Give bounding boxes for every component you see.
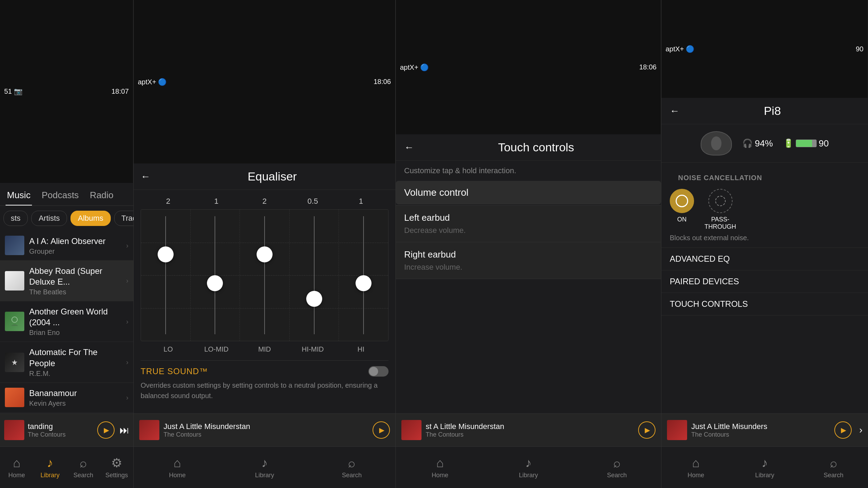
status-time-3: 18:06	[639, 63, 657, 71]
nc-option-passthrough[interactable]: PASS- THROUGH	[704, 189, 736, 230]
freq-mid: MID	[251, 345, 278, 353]
nav-settings-1[interactable]: ⚙ Settings	[100, 447, 133, 488]
nc-passthrough-circle[interactable]	[708, 189, 733, 213]
filter-albums[interactable]: Albums	[70, 211, 110, 226]
nav-library-4[interactable]: ♪ Library	[730, 447, 799, 488]
noise-cancellation-section: NOISE CANCELLATION ON PASS- THROUGH Bloc…	[661, 163, 868, 248]
nav-home-2[interactable]: ⌂ Home	[134, 447, 221, 488]
np-title-1: tanding	[28, 422, 94, 431]
home-icon-4: ⌂	[692, 456, 700, 470]
now-playing-bar-2[interactable]: Just A Little Misunderstan The Contours …	[134, 413, 395, 446]
eq-val-0: 2	[154, 197, 182, 206]
album-thumb-4	[5, 388, 24, 407]
album-thumb-0	[5, 236, 24, 255]
album-list: A I A: Alien Observer Grouper › Abbey Ro…	[0, 231, 133, 414]
battery-right: 🔋 90	[783, 138, 829, 149]
status-bar-3: aptX+ 🔵 18:06	[396, 0, 661, 134]
filter-artists[interactable]: Artists	[31, 211, 67, 226]
true-sound-desc: Overrides custom settings by setting con…	[141, 380, 389, 401]
nav-search-3[interactable]: ⌕ Search	[573, 447, 661, 488]
album-thumb-2	[5, 312, 24, 331]
eq-knob-mid[interactable]	[257, 246, 273, 262]
home-icon-1: ⌂	[13, 456, 20, 470]
play-button-2[interactable]: ▶	[373, 421, 390, 439]
true-sound-toggle[interactable]	[368, 366, 389, 377]
nav-search-4[interactable]: ⌕ Search	[799, 447, 868, 488]
eq-graph	[141, 209, 389, 341]
status-bar-2: aptX+ 🔵 18:06	[134, 0, 395, 163]
freq-himid: HI-MID	[299, 345, 327, 353]
bottom-nav-2: ⌂ Home ♪ Library ⌕ Search	[134, 446, 395, 488]
eq-values-row: 2 1 2 0.5 1	[141, 197, 389, 209]
filter-sts[interactable]: sts	[3, 211, 28, 226]
album-item-3[interactable]: Automatic For The People R.E.M. ›	[0, 342, 133, 382]
eq-col-hi	[339, 210, 388, 341]
tab-radio[interactable]: Radio	[89, 186, 115, 205]
nav-home-3[interactable]: ⌂ Home	[396, 447, 484, 488]
eq-content: 2 1 2 0.5 1	[134, 190, 395, 413]
true-sound-section: TRUE SOUND™ Overrides custom settings by…	[141, 360, 389, 406]
nc-on-circle[interactable]	[670, 189, 694, 213]
eq-col-lo	[141, 210, 191, 341]
nav-library-3[interactable]: ♪ Library	[484, 447, 573, 488]
nav-library-label-3: Library	[519, 472, 538, 479]
nc-options: ON PASS- THROUGH	[670, 189, 860, 230]
touch-subtitle: Customize tap & hold interaction.	[396, 161, 661, 181]
eq-knob-lo[interactable]	[158, 246, 174, 262]
nav-home-label-2: Home	[169, 472, 186, 479]
eq-title: Equaliser	[156, 170, 389, 183]
nc-description: Blocks out external noise.	[670, 234, 860, 242]
eq-knob-himid[interactable]	[306, 291, 322, 307]
nav-search-label-4: Search	[824, 472, 843, 479]
eq-back-button[interactable]: ←	[141, 171, 150, 182]
play-button-1[interactable]: ▶	[97, 421, 115, 439]
nav-home-label-1: Home	[8, 472, 25, 479]
eq-line-mid	[264, 216, 265, 334]
tab-podcasts[interactable]: Podcasts	[40, 186, 80, 205]
nav-library-2[interactable]: ♪ Library	[221, 447, 308, 488]
right-earbud-title: Right earbud	[404, 249, 653, 260]
nc-option-on[interactable]: ON	[670, 189, 694, 230]
play-button-4[interactable]: ▶	[834, 421, 852, 439]
album-item-1[interactable]: Abbey Road (Super Deluxe E... The Beatle…	[0, 261, 133, 301]
album-thumb-1	[5, 271, 24, 291]
album-item-4[interactable]: Bananamour Kevin Ayers ›	[0, 383, 133, 413]
nav-library-1[interactable]: ♪ Library	[33, 447, 67, 488]
skip-button-1[interactable]: ⏭	[119, 424, 129, 436]
search-icon-2: ⌕	[348, 456, 356, 470]
album-item-0[interactable]: A I A: Alien Observer Grouper ›	[0, 231, 133, 261]
eq-knob-lomid[interactable]	[207, 275, 223, 291]
status-left-3: aptX+ 🔵	[400, 63, 429, 71]
next-icon-4[interactable]: ›	[859, 424, 862, 436]
bottom-nav-4: ⌂ Home ♪ Library ⌕ Search	[661, 446, 868, 488]
tab-music[interactable]: Music	[6, 186, 32, 205]
filter-tabs: sts Artists Albums Tracks	[0, 206, 133, 231]
nav-search-2[interactable]: ⌕ Search	[308, 447, 395, 488]
pi8-paired-devices[interactable]: PAIRED DEVICES	[661, 270, 868, 293]
chevron-icon-0: ›	[126, 242, 128, 250]
album-item-2[interactable]: Another Green World (2004 ... Brian Eno …	[0, 301, 133, 342]
play-button-3[interactable]: ▶	[638, 421, 656, 439]
pi8-touch-controls[interactable]: TOUCH CONTROLS	[661, 293, 868, 315]
touch-controls-label: TOUCH CONTROLS	[670, 299, 748, 309]
search-icon-1: ⌕	[80, 456, 87, 470]
now-playing-bar-3[interactable]: st A Little Misunderstan The Contours ▶	[396, 413, 661, 446]
status-left-4: aptX+ 🔵	[666, 45, 694, 53]
now-playing-thumb-1	[4, 420, 24, 440]
nav-home-1[interactable]: ⌂ Home	[0, 447, 33, 488]
eq-knob-hi[interactable]	[356, 275, 372, 291]
paired-devices-label: PAIRED DEVICES	[670, 277, 739, 286]
nav-search-label-2: Search	[342, 472, 362, 479]
bottom-nav-1: ⌂ Home ♪ Library ⌕ Search ⚙ Settings	[0, 446, 133, 488]
home-icon-2: ⌂	[174, 456, 181, 470]
nav-search-1[interactable]: ⌕ Search	[67, 447, 100, 488]
advanced-eq-label: ADVANCED EQ	[670, 254, 730, 263]
now-playing-bar-1[interactable]: tanding The Contours ▶ ⏭	[0, 413, 133, 446]
touch-back-button[interactable]: ←	[404, 142, 414, 153]
battery-left-pct: 94%	[755, 138, 773, 149]
left-earbud-desc: Decrease volume.	[404, 226, 653, 235]
pi8-advanced-eq[interactable]: ADVANCED EQ	[661, 248, 868, 270]
pi8-back-button[interactable]: ←	[670, 106, 679, 117]
nav-home-4[interactable]: ⌂ Home	[661, 447, 730, 488]
now-playing-bar-4[interactable]: Just A Little Misunders The Contours ▶ ›	[661, 413, 868, 446]
